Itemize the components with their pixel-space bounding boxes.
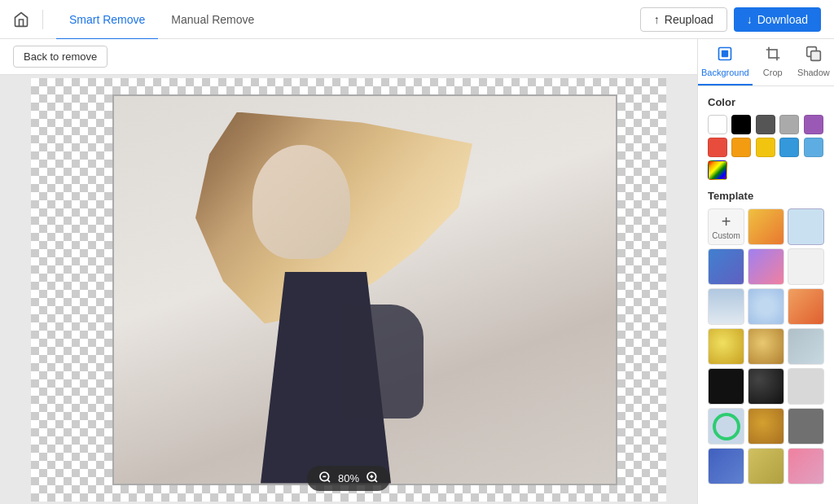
template-item-7[interactable] (708, 288, 744, 325)
template-item-ring[interactable] (708, 408, 744, 445)
home-icon[interactable] (13, 11, 29, 28)
template-item-10[interactable] (708, 328, 744, 365)
header-right: ↑ Reupload ↓ Download (640, 7, 821, 32)
template-item-8[interactable] (748, 288, 784, 325)
shadow-tab-label: Shadow (797, 68, 830, 77)
color-swatch-red[interactable] (708, 138, 727, 157)
template-item-2[interactable] (748, 208, 784, 245)
download-button[interactable]: ↓ Download (734, 7, 821, 32)
tab-bar: Smart Remove Manual Remove (56, 0, 267, 39)
crop-tab-icon (765, 46, 781, 66)
reupload-button[interactable]: ↑ Reupload (640, 7, 727, 32)
template-item-3[interactable] (788, 208, 824, 245)
template-item-15[interactable] (788, 368, 824, 405)
panel-tabs: Background Crop Shadow (698, 39, 834, 86)
canvas-image-frame (112, 94, 617, 485)
color-grid (708, 115, 824, 180)
color-swatch-lgray[interactable] (779, 115, 799, 134)
color-swatch-black[interactable] (731, 115, 751, 134)
svg-rect-9 (769, 50, 777, 58)
template-item-19[interactable] (708, 448, 744, 484)
zoom-control: 80% (307, 466, 390, 491)
back-to-remove-button[interactable]: Back to remove (13, 46, 108, 68)
background-tab-label: Background (701, 68, 749, 77)
color-swatch-purple[interactable] (804, 115, 823, 134)
reupload-icon: ↑ (654, 13, 660, 26)
zoom-out-button[interactable] (318, 471, 331, 486)
template-section-title: Template (708, 190, 824, 202)
plus-icon: + (722, 213, 731, 230)
svg-line-4 (375, 480, 377, 482)
template-item-12[interactable] (788, 328, 824, 365)
color-swatch-white[interactable] (708, 115, 727, 134)
color-section-title: Color (708, 96, 824, 108)
panel-tab-crop[interactable]: Crop (753, 39, 793, 85)
template-item-18[interactable] (788, 408, 824, 445)
canvas-wrapper: 80% (0, 75, 697, 504)
background-tab-icon (717, 46, 733, 66)
right-panel: Background Crop Shadow (697, 39, 834, 504)
template-item-6[interactable] (788, 248, 824, 285)
template-item-11[interactable] (748, 328, 784, 365)
color-swatch-lblue[interactable] (804, 138, 823, 157)
template-item-17[interactable] (748, 408, 784, 445)
head (252, 145, 350, 259)
header-divider (42, 10, 43, 29)
custom-label: Custom (712, 231, 740, 240)
template-item-4[interactable] (708, 248, 744, 285)
template-item-5[interactable] (748, 248, 784, 285)
color-swatch-blue[interactable] (779, 138, 799, 157)
canvas-toolbar: Back to remove (0, 39, 697, 75)
template-item-14[interactable] (748, 368, 784, 405)
zoom-level: 80% (338, 472, 359, 484)
template-item-20[interactable] (748, 448, 784, 484)
color-swatch-dgray[interactable] (756, 115, 775, 134)
template-item-13[interactable] (708, 368, 744, 405)
color-swatch-rainbow[interactable] (708, 160, 727, 180)
checkerboard-bg (31, 78, 666, 502)
template-custom[interactable]: + Custom (708, 208, 744, 245)
panel-tab-shadow[interactable]: Shadow (793, 39, 834, 85)
tab-smart-remove[interactable]: Smart Remove (56, 1, 158, 40)
template-item-21[interactable] (788, 448, 824, 484)
svg-rect-11 (811, 51, 821, 61)
download-icon: ↓ (747, 13, 753, 26)
ring-graphic (713, 413, 740, 440)
color-swatch-orange[interactable] (731, 138, 751, 157)
template-grid: + Custom (708, 208, 824, 484)
crop-tab-label: Crop (763, 68, 783, 77)
canvas-area: Back to remove (0, 39, 697, 504)
tab-manual-remove[interactable]: Manual Remove (158, 1, 267, 40)
svg-rect-8 (722, 50, 728, 57)
body: Back to remove (0, 39, 834, 504)
header: Smart Remove Manual Remove ↑ Reupload ↓ … (0, 0, 834, 39)
arm (342, 305, 424, 419)
template-item-9[interactable] (788, 288, 824, 325)
panel-content: Color Template + Custom (698, 86, 834, 504)
panel-tab-background[interactable]: Background (698, 39, 753, 85)
svg-line-1 (327, 480, 330, 482)
header-left: Smart Remove Manual Remove (13, 0, 267, 39)
color-swatch-yellow[interactable] (756, 138, 775, 157)
zoom-in-button[interactable] (366, 471, 379, 486)
shadow-tab-icon (805, 46, 822, 66)
